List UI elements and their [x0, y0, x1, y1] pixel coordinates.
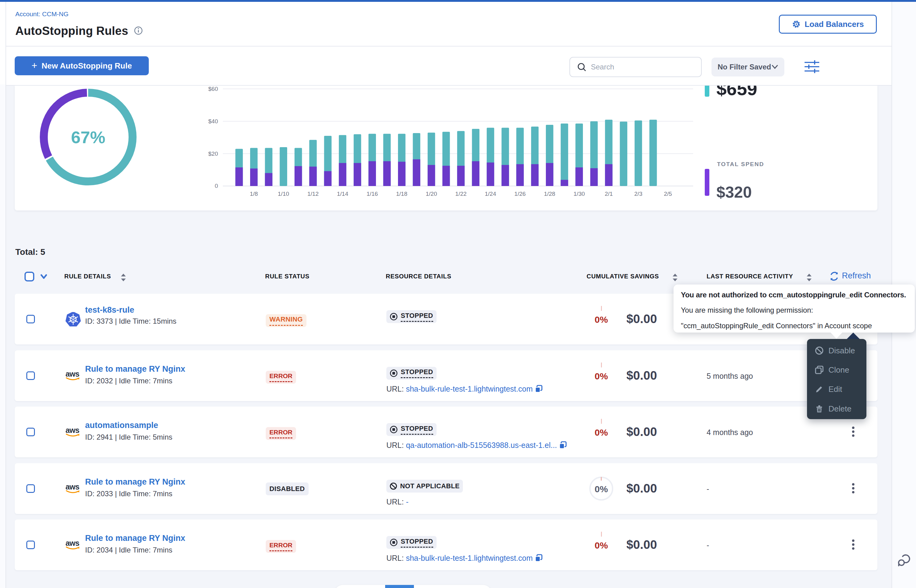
svg-text:$60: $60 [208, 86, 218, 92]
svg-text:1/18: 1/18 [396, 191, 408, 197]
svg-text:1/8: 1/8 [250, 191, 258, 197]
svg-text:1/10: 1/10 [278, 191, 289, 197]
svg-text:aws: aws [66, 426, 79, 435]
svg-text:1/30: 1/30 [573, 191, 585, 197]
svg-text:$20: $20 [208, 150, 218, 157]
svg-text:1/28: 1/28 [544, 191, 555, 197]
svg-text:1/16: 1/16 [366, 191, 378, 197]
svg-text:aws: aws [66, 370, 79, 378]
svg-text:1/24: 1/24 [485, 191, 496, 197]
svg-text:1/22: 1/22 [455, 191, 466, 197]
svg-text:67%: 67% [71, 128, 105, 147]
svg-text:1/12: 1/12 [307, 191, 319, 197]
svg-text:1/14: 1/14 [337, 191, 348, 197]
svg-text:1/20: 1/20 [426, 191, 437, 197]
svg-text:1/26: 1/26 [514, 191, 526, 197]
svg-text:2/3: 2/3 [634, 191, 642, 197]
svg-text:2/5: 2/5 [664, 191, 672, 197]
svg-text:0: 0 [215, 183, 218, 189]
svg-text:aws: aws [66, 539, 79, 547]
svg-text:aws: aws [66, 483, 79, 491]
svg-text:$40: $40 [208, 118, 218, 124]
svg-text:2/1: 2/1 [605, 191, 613, 197]
